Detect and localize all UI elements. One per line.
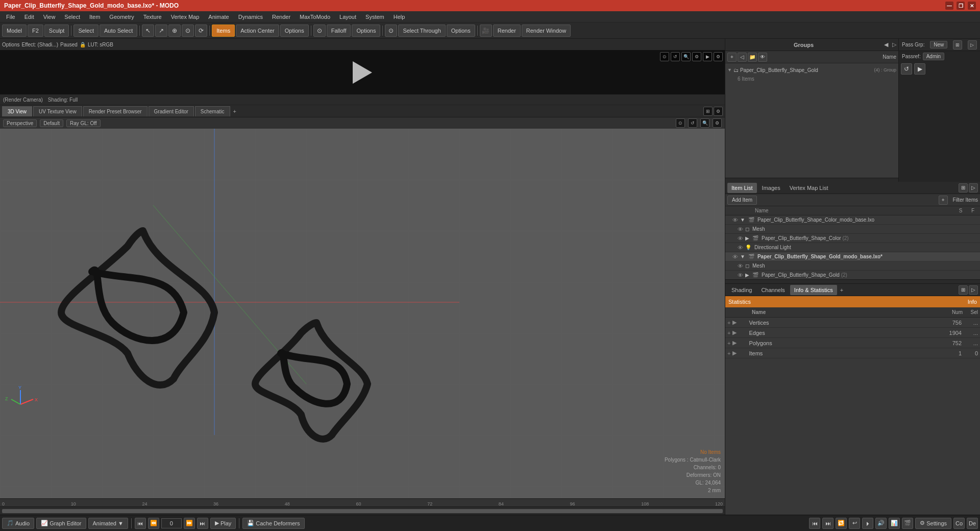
arrow-icon-1[interactable]: ▼ [740, 217, 745, 223]
eye-icon-5[interactable]: 👁 [732, 254, 738, 260]
mode-model-btn[interactable]: Model [2, 25, 27, 37]
edges-arrow-icon[interactable]: ▶ [732, 329, 737, 336]
falloff-circle-btn[interactable]: ⊙ [313, 25, 326, 37]
stat-row-edges[interactable]: + ▶ Edges 1904 ... [725, 328, 980, 338]
tab-uv-texture-view[interactable]: UV Texture View [33, 106, 82, 116]
arrow-icon-5[interactable]: ▼ [740, 254, 745, 259]
eye-icon-1[interactable]: 👁 [732, 217, 738, 223]
tab-render-preset-browser[interactable]: Render Preset Browser [83, 106, 148, 116]
menu-render[interactable]: Render [268, 13, 295, 21]
playback-ctrl-1[interactable]: ⏮ [809, 518, 820, 529]
action-center-btn[interactable]: Action Center [236, 25, 279, 37]
menu-vertex-map[interactable]: Vertex Map [167, 13, 204, 21]
item-list-collapse-btn[interactable]: ▷ [969, 183, 978, 192]
tab-shading[interactable]: Shading [727, 285, 756, 295]
timeline-scrubber[interactable] [0, 507, 725, 515]
tree-arrow-icon[interactable]: ▼ [727, 67, 732, 73]
animated-btn[interactable]: Animated ▼ [88, 518, 128, 529]
tool-icon-4[interactable]: ⊙ [182, 25, 194, 37]
nav-start-btn[interactable]: ⏮ [135, 518, 146, 529]
vp-expand-btn[interactable]: ⊞ [703, 107, 713, 116]
preview-settings-btn[interactable]: ⚙ [692, 52, 701, 61]
polygons-arrow-icon[interactable]: ▶ [732, 340, 737, 346]
stats-add-tab-btn[interactable]: + [838, 287, 845, 293]
groups-expand-btn[interactable]: ▷ [890, 41, 898, 48]
menu-animate[interactable]: Animate [204, 13, 233, 21]
vp-zoom-btn[interactable]: 🔍 [700, 118, 709, 128]
items-btn[interactable]: Items [212, 25, 235, 37]
groups-collapse-btn[interactable]: ◀ [882, 41, 890, 48]
polygons-plus-icon[interactable]: + [727, 340, 730, 346]
menu-system[interactable]: System [361, 13, 388, 21]
tool-icon-5[interactable]: ⟳ [195, 25, 207, 37]
eye-icon-3[interactable]: 👁 [738, 235, 743, 242]
render-window-btn[interactable]: Render Window [522, 25, 571, 37]
render-icon-btn[interactable]: 🎥 [480, 25, 492, 37]
eye-icon-7[interactable]: 👁 [738, 272, 743, 278]
tab-vertex-map-list[interactable]: Vertex Map List [786, 183, 832, 193]
vertices-plus-icon[interactable]: + [727, 320, 730, 326]
item-list-scrollbar[interactable] [725, 279, 980, 283]
playback-ctrl-8[interactable]: 🎬 [902, 518, 913, 529]
preview-settings2-btn[interactable]: ⚙ [714, 52, 723, 61]
menu-maxtomodo[interactable]: MaxToModo [296, 13, 334, 21]
arrow-icon-7[interactable]: ▶ [745, 272, 749, 278]
perspective-label[interactable]: Perspective [3, 119, 37, 127]
tab-3d-view[interactable]: 3D View [2, 106, 32, 116]
il-row-gold-scene[interactable]: 👁 ▶ 🎬 Paper_Clip_Butterfly_Shape_Gold (2… [725, 271, 980, 279]
selectthrough-icon-btn[interactable]: ⊙ [385, 25, 397, 37]
preview-zoom-btn[interactable]: 🔍 [681, 52, 691, 61]
preview-reset-btn[interactable]: ↺ [671, 52, 680, 61]
il-row-scene2[interactable]: 👁 ▼ 🎬 Paper_Clip_Butterfly_Shape_Gold_mo… [725, 252, 980, 261]
menu-texture[interactable]: Texture [139, 13, 166, 21]
ray-gl-label[interactable]: Ray GL: Off [66, 119, 101, 127]
groups-eye-btn[interactable]: ◁ [738, 53, 747, 62]
pass-grp-new-btn[interactable]: New [930, 41, 947, 49]
mode-sculpt-btn[interactable]: Sculpt [44, 25, 69, 37]
graph-editor-btn[interactable]: 📈 Graph Editor [36, 518, 86, 529]
edges-plus-icon[interactable]: + [727, 330, 730, 336]
stats-collapse-btn[interactable]: ▷ [969, 285, 978, 295]
il-row-mesh2[interactable]: 👁 ◻ Mesh [725, 261, 980, 271]
play-btn[interactable]: ▶ Play [210, 518, 236, 529]
nav-end-btn[interactable]: ⏭ [197, 518, 208, 529]
playback-ctrl-3[interactable]: 🔁 [836, 518, 847, 529]
render-btn[interactable]: Render [493, 25, 521, 37]
auto-select-btn[interactable]: Auto Select [100, 25, 137, 37]
menu-item[interactable]: Item [85, 13, 104, 21]
audio-btn[interactable]: 🎵 Audio [2, 518, 34, 529]
shader-label[interactable]: Default [40, 119, 63, 127]
tab-channels[interactable]: Channels [757, 285, 789, 295]
vp-gear-btn[interactable]: ⚙ [713, 118, 722, 128]
groups-folder-btn[interactable]: 📁 [748, 53, 757, 62]
playback-ctrl-5[interactable]: ⏵ [862, 518, 873, 529]
menu-select[interactable]: Select [60, 13, 84, 21]
tab-images[interactable]: Images [758, 183, 785, 193]
select-btn[interactable]: Select [74, 25, 99, 37]
falloff-btn[interactable]: Falloff [327, 25, 351, 37]
il-row-directional1[interactable]: 👁 💡 Directional Light [725, 243, 980, 252]
mode-f2-btn[interactable]: F2 [28, 25, 43, 37]
playback-ctrl-7[interactable]: 📊 [889, 518, 900, 529]
eye-icon-6[interactable]: 👁 [738, 263, 743, 269]
preview-fit-btn[interactable]: ⊙ [660, 52, 669, 61]
menu-geometry[interactable]: Geometry [105, 13, 138, 21]
vp-settings-btn[interactable]: ⚙ [714, 107, 723, 116]
tab-item-list[interactable]: Item List [727, 183, 757, 193]
item-list-expand-btn[interactable]: ⊞ [959, 183, 968, 192]
timeline-ruler[interactable]: 0 10 24 36 48 60 72 84 96 108 120 [0, 499, 725, 507]
menu-view[interactable]: View [39, 13, 60, 21]
groups-new-group-btn[interactable]: + [727, 53, 737, 62]
tool-icon-2[interactable]: ↗ [155, 25, 167, 37]
cache-deformers-btn[interactable]: 💾 Cache Deformers [242, 518, 304, 529]
play-button[interactable] [350, 60, 375, 85]
passref-admin-btn[interactable]: Admin [923, 53, 944, 60]
il-row-scene1[interactable]: 👁 ▼ 🎬 Paper_Clip_Butterfly_Shape_Color_m… [725, 215, 980, 225]
stat-row-polygons[interactable]: + ▶ Polygons 752 ... [725, 338, 980, 348]
stats-expand-btn[interactable]: ⊞ [959, 285, 968, 295]
groups-scrollbar-h[interactable] [725, 178, 898, 182]
select-through-options-btn[interactable]: Options [447, 25, 475, 37]
il-row-color-scene[interactable]: 👁 ▶ 🎬 Paper_Clip_Butterfly_Shape_Color (… [725, 234, 980, 243]
tab-schematic[interactable]: Schematic [195, 106, 230, 116]
frame-input[interactable] [161, 518, 182, 528]
